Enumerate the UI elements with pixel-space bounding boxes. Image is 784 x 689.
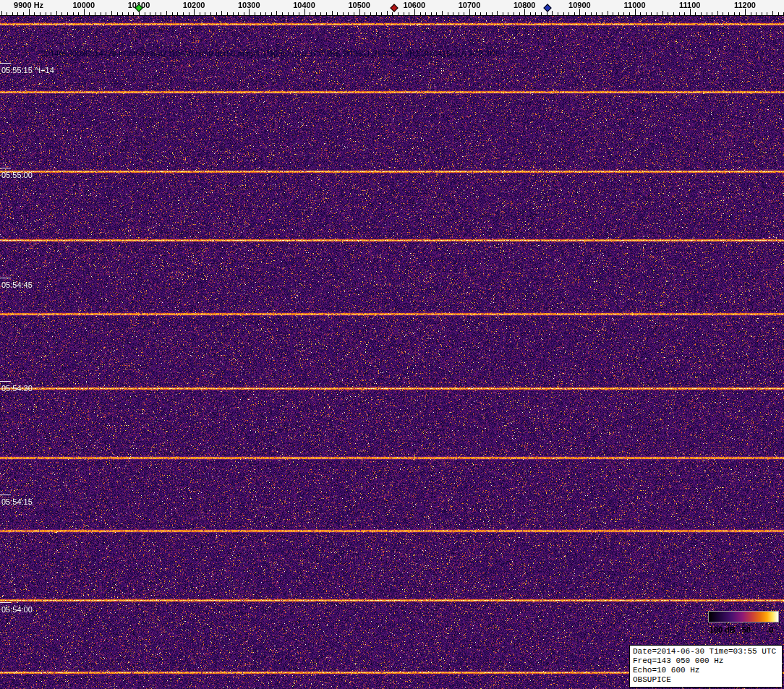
ruler-tick (541, 12, 542, 15)
ruler-tick (425, 12, 426, 15)
ruler-tick-label: 11000 (624, 1, 646, 9)
ruler-tick (431, 12, 432, 15)
ruler-tick-label: 11200 (734, 1, 756, 9)
ruler-tick (503, 12, 503, 15)
ruler-tick (155, 12, 156, 15)
ruler-tick (547, 12, 547, 15)
ruler-tick (723, 12, 723, 15)
ruler-tick (596, 12, 597, 15)
ruler-tick (95, 12, 95, 15)
ruler-tick (255, 12, 255, 15)
ruler-tick (745, 9, 746, 15)
ruler-tick (17, 12, 18, 15)
ruler-tick (442, 11, 443, 15)
ruler-tick (751, 12, 751, 15)
ruler-tick (354, 12, 354, 15)
ruler-tick (453, 12, 453, 15)
time-label: 05:54:45 (1, 281, 33, 289)
ruler-tick-label: 10500 (348, 1, 370, 9)
frequency-marker-blue-diamond-icon[interactable] (544, 4, 552, 12)
ruler-tick (161, 12, 161, 15)
ruler-tick (177, 12, 178, 15)
ruler-tick (623, 12, 624, 15)
colorbar-label: -50 (739, 625, 751, 634)
ruler-tick-label: 10200 (183, 1, 205, 9)
time-tick-dash (0, 495, 11, 495)
ruler-tick (602, 12, 602, 15)
ruler-tick (646, 12, 647, 15)
ruler-tick (651, 12, 652, 15)
ruler-tick (480, 12, 481, 15)
time-label: 05:55:00 (1, 171, 33, 179)
ruler-tick (194, 9, 195, 15)
ruler-tick (343, 12, 344, 15)
ruler-tick (684, 12, 685, 15)
ruler-tick (778, 12, 779, 15)
ruler-tick (288, 12, 289, 15)
ruler-tick (707, 12, 707, 15)
ruler-tick (200, 12, 200, 15)
ruler-tick (568, 12, 569, 15)
ruler-tick (404, 12, 404, 15)
ruler-tick-label: 10800 (514, 1, 536, 9)
ruler-tick (337, 12, 338, 15)
colorbar-label: 0 (769, 625, 773, 634)
ruler-tick (299, 12, 299, 15)
time-tick-dash (0, 63, 11, 64)
ruler-tick (739, 12, 740, 15)
ruler-tick (387, 11, 388, 15)
ruler-tick (189, 12, 189, 15)
time-label-text: 05:54:15 (1, 497, 33, 506)
ruler-tick (46, 12, 46, 15)
time-label: 05:54:30 (1, 384, 33, 393)
ruler-tick (392, 12, 393, 15)
ruler-tick (293, 12, 294, 15)
info-panel: Date=2014-06-30 Time=03:55 UTCFreq=143 0… (629, 645, 783, 688)
ruler-tick (712, 12, 712, 15)
ruler-tick (73, 12, 74, 15)
ruler-tick (150, 12, 150, 15)
ruler-tick (271, 12, 272, 15)
colorbar-tick (762, 622, 762, 625)
time-tick-dash (0, 602, 11, 603)
frequency-marker-red-diamond-icon[interactable] (390, 4, 398, 12)
ruler-tick (183, 12, 184, 15)
colorbar-label: -100 dB (707, 625, 736, 634)
colorbar-tick (743, 622, 744, 625)
ruler-tick (717, 11, 718, 15)
ruler-tick (67, 12, 68, 15)
event-annotation: 20140630035514776 hCnt68 nb-87 f10610 hi… (41, 49, 500, 58)
time-label: 05:55:15 ^t+14 (1, 66, 54, 74)
ruler-tick (56, 11, 57, 15)
ruler-tick (508, 12, 508, 15)
ruler-tick (579, 9, 580, 15)
ruler-tick (145, 12, 145, 15)
ruler-tick (205, 12, 205, 15)
ruler-tick (376, 12, 377, 15)
ruler-tick (558, 12, 558, 15)
ruler-tick-label: 10400 (293, 1, 315, 9)
ruler-tick-label: 10600 (404, 1, 426, 9)
ruler-tick (608, 11, 608, 15)
ruler-tick (40, 12, 41, 15)
frequency-ruler: 9900 Hz100001010010200103001040010500106… (0, 0, 784, 16)
ruler-tick (348, 12, 349, 15)
ruler-tick (370, 12, 371, 15)
colorbar: -100 dB-500 (708, 611, 779, 635)
ruler-tick (464, 12, 464, 15)
colorbar-tick (708, 622, 709, 625)
ruler-tick (51, 12, 51, 15)
ruler-tick (734, 12, 735, 15)
ruler-tick (728, 12, 729, 15)
ruler-tick (772, 11, 773, 15)
ruler-tick (701, 12, 702, 15)
ruler-tick (613, 12, 613, 15)
ruler-tick (475, 12, 476, 15)
spectrogram-app: 9900 Hz100001010010200103001040010500106… (0, 0, 784, 689)
ruler-tick (101, 12, 101, 15)
ruler-tick (1, 11, 2, 15)
ruler-tick (61, 12, 62, 15)
info-line: OBSUPICE (633, 675, 779, 685)
ruler-tick (34, 12, 35, 15)
time-label-text: 05:55:15 ^t+14 (1, 66, 54, 74)
